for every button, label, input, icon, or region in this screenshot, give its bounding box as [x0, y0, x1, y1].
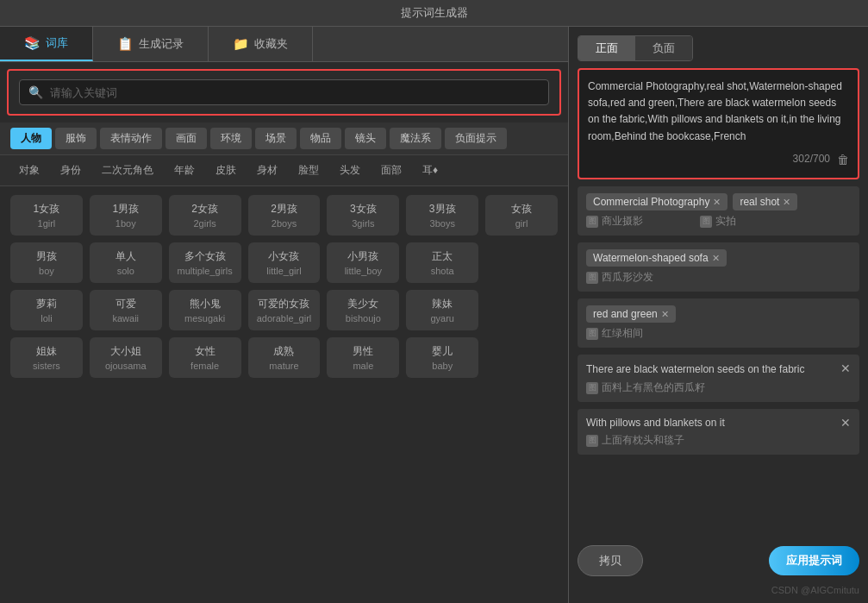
- tag-icon-img-commercial: 图: [586, 216, 598, 228]
- grid-item-2boys[interactable]: 2男孩 2boys: [248, 195, 321, 236]
- tag-cn-real-shot: 图 实拍: [700, 214, 736, 229]
- tab-favorites-label: 收藏夹: [254, 36, 288, 52]
- grid-item-ojousama[interactable]: 大小姐 ojousama: [90, 337, 162, 378]
- tag-cn-sofa: 图 西瓜形沙发: [586, 270, 653, 285]
- prompt-count: 302/700: [793, 151, 830, 167]
- watermark: CSDN @AIGCmitutu: [578, 583, 859, 595]
- tag-cn-pillows: 图 上面有枕头和毯子: [586, 433, 684, 448]
- tab-positive[interactable]: 正面: [578, 36, 635, 60]
- tag-cn-red-green: 图 红绿相间: [586, 326, 643, 341]
- prompt-box: Commercial Photography,real shot,Waterme…: [578, 68, 859, 179]
- copy-button[interactable]: 拷贝: [578, 545, 643, 576]
- grid-item-bishoujo[interactable]: 美少女 bishoujo: [327, 290, 399, 330]
- grid-item-female[interactable]: 女性 female: [169, 337, 241, 378]
- sub-cat-8[interactable]: 面部: [372, 160, 410, 180]
- grid-item-kawaii[interactable]: 可爱 kawaii: [90, 290, 162, 330]
- sub-category-bar: 对象 身份 二次元角色 年龄 皮肤 身材 脸型 头发 面部 耳♦: [0, 155, 568, 186]
- cat-place[interactable]: 场景: [255, 128, 297, 149]
- tag-cn-label-real-shot: 实拍: [715, 214, 736, 229]
- tag-chip-sofa: Watermelon-shaped sofa ✕: [586, 249, 727, 267]
- sub-cat-0[interactable]: 对象: [10, 160, 48, 180]
- tab-bar: 📚 词库 📋 生成记录 📁 收藏夹: [0, 27, 568, 62]
- grid-area: 1女孩 1girl 1男孩 1boy 2女孩 2girls 2男孩 2boys …: [0, 186, 568, 603]
- tag-close-sofa[interactable]: ✕: [712, 253, 720, 264]
- history-icon: 📋: [117, 36, 134, 52]
- sub-cat-6[interactable]: 脸型: [290, 160, 328, 180]
- sub-cat-5[interactable]: 身材: [248, 160, 286, 180]
- search-area: 🔍: [7, 69, 561, 116]
- tag-row-sofa: Watermelon-shaped sofa ✕ 图 西瓜形沙发: [578, 242, 859, 292]
- grid-item-mesugaki[interactable]: 熊小鬼 mesugaki: [169, 290, 241, 330]
- delete-prompt-icon[interactable]: 🗑: [837, 150, 849, 169]
- grid-item-male[interactable]: 男性 male: [327, 337, 399, 378]
- library-icon: 📚: [24, 35, 41, 51]
- sub-cat-3[interactable]: 年龄: [165, 160, 203, 180]
- tab-negative[interactable]: 负面: [635, 36, 692, 60]
- grid-item-little-girl[interactable]: 小女孩 little_girl: [248, 242, 321, 283]
- tag-cn-label-pillows: 上面有枕头和毯子: [602, 433, 684, 448]
- cat-clothing[interactable]: 服饰: [55, 128, 97, 149]
- tag-icon-img-pillows: 图: [586, 435, 598, 447]
- sub-cat-2[interactable]: 二次元角色: [93, 160, 162, 180]
- cat-expression[interactable]: 表情动作: [100, 128, 162, 149]
- tag-close-real-shot[interactable]: ✕: [783, 197, 790, 208]
- tag-cn-label-red-green: 红绿相间: [602, 326, 643, 341]
- grid-item-girl[interactable]: 女孩 girl: [485, 195, 558, 236]
- tag-close-pillows[interactable]: ✕: [840, 416, 851, 430]
- right-tab-bar: 正面 负面: [578, 35, 693, 61]
- app-title: 提示词生成器: [401, 6, 468, 19]
- grid-item-mature[interactable]: 成熟 mature: [248, 337, 321, 378]
- grid-item-baby[interactable]: 婴儿 baby: [406, 337, 478, 378]
- grid-item-adorable-girl[interactable]: 可爱的女孩 adorable_girl: [248, 290, 321, 330]
- tag-label-red-green: red and green: [593, 308, 658, 320]
- grid-item-little-boy[interactable]: 小男孩 little_boy: [327, 242, 399, 283]
- apply-button[interactable]: 应用提示词: [769, 546, 859, 575]
- tab-library[interactable]: 📚 词库: [0, 27, 93, 61]
- sub-cat-7[interactable]: 头发: [331, 160, 369, 180]
- tag-close-red-green[interactable]: ✕: [661, 309, 669, 320]
- grid-item-1girl[interactable]: 1女孩 1girl: [10, 195, 83, 236]
- grid-item-multiple-girls[interactable]: 多个女孩 multiple_girls: [169, 242, 241, 283]
- sub-cat-9[interactable]: 耳♦: [414, 160, 446, 180]
- tag-cn-seeds: 图 面料上有黑色的西瓜籽: [586, 380, 705, 395]
- tag-cn-label-seeds: 面料上有黑色的西瓜籽: [602, 380, 705, 395]
- tab-favorites[interactable]: 📁 收藏夹: [209, 27, 313, 61]
- tag-cn-label-commercial: 商业摄影: [602, 214, 643, 229]
- cat-character[interactable]: 人物: [10, 128, 52, 149]
- cat-object[interactable]: 物品: [300, 128, 341, 149]
- title-bar: 提示词生成器: [0, 0, 868, 27]
- cat-lens[interactable]: 镜头: [345, 128, 386, 149]
- tag-label-commercial: Commercial Photography: [593, 196, 709, 208]
- grid-item-loli[interactable]: 萝莉 loli: [10, 290, 83, 330]
- cat-scene[interactable]: 画面: [165, 128, 207, 149]
- sub-cat-1[interactable]: 身份: [52, 160, 90, 180]
- grid-item-gyaru[interactable]: 辣妹 gyaru: [406, 290, 478, 330]
- grid-item-sisters[interactable]: 姐妹 sisters: [10, 337, 83, 378]
- bottom-bar: 拷贝 应用提示词: [578, 538, 859, 576]
- search-input-wrap[interactable]: 🔍: [19, 79, 549, 105]
- left-panel: 📚 词库 📋 生成记录 📁 收藏夹 🔍 人物 服饰 表情动作 画面: [0, 27, 569, 603]
- tag-chip-real-shot: real shot ✕: [733, 193, 797, 210]
- grid-item-3girls[interactable]: 3女孩 3girls: [327, 195, 399, 236]
- grid-item-shota[interactable]: 正太 shota: [406, 242, 478, 283]
- category-bar: 人物 服饰 表情动作 画面 环境 场景 物品 镜头 魔法系 负面提示: [0, 122, 568, 155]
- tab-history[interactable]: 📋 生成记录: [93, 27, 209, 61]
- tab-history-label: 生成记录: [139, 36, 184, 52]
- tag-close-commercial[interactable]: ✕: [713, 197, 721, 208]
- sub-cat-4[interactable]: 皮肤: [207, 160, 245, 180]
- grid-item-boy[interactable]: 男孩 boy: [10, 242, 83, 283]
- right-panel: 正面 负面 Commercial Photography,real shot,W…: [569, 27, 868, 603]
- cat-negative[interactable]: 负面提示: [445, 128, 507, 149]
- tag-icon-img-sofa: 图: [586, 272, 598, 284]
- tag-icon-img-red-green: 图: [586, 328, 598, 340]
- cat-magic[interactable]: 魔法系: [390, 128, 441, 149]
- tag-chip-red-green: red and green ✕: [586, 305, 676, 323]
- tag-close-seeds[interactable]: ✕: [840, 361, 851, 375]
- grid-item-1boy[interactable]: 1男孩 1boy: [90, 195, 162, 236]
- grid-item-empty2: [485, 290, 558, 330]
- cat-environment[interactable]: 环境: [210, 128, 252, 149]
- grid-item-solo[interactable]: 单人 solo: [90, 242, 162, 283]
- grid-item-2girls[interactable]: 2女孩 2girls: [169, 195, 241, 236]
- grid-item-3boys[interactable]: 3男孩 3boys: [406, 195, 478, 236]
- search-input[interactable]: [50, 86, 540, 99]
